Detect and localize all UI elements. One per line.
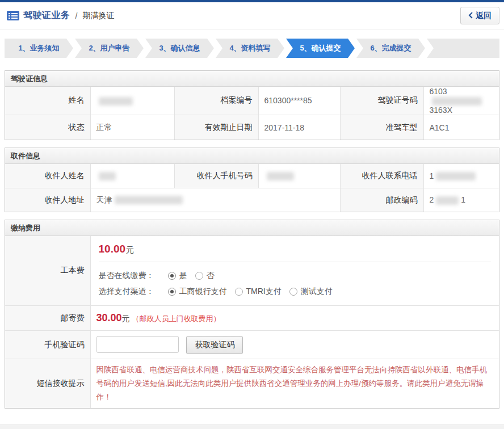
redacted-postal-code bbox=[436, 196, 459, 205]
postal-code-value: 21 bbox=[423, 188, 499, 212]
step-wizard: 1、业务须知 2、用户申告 3、确认信息 4、资料填写 5、确认提交 6、完成提… bbox=[5, 39, 499, 58]
postal-code-label: 邮政编码 bbox=[340, 188, 423, 212]
step-1-business-notice: 1、业务须知 bbox=[5, 39, 73, 58]
fee-amount: 10.00元 bbox=[99, 243, 492, 255]
step-2-user-declaration: 2、用户申告 bbox=[75, 39, 144, 58]
recipient-phone-label: 收件人联系电话 bbox=[340, 164, 423, 188]
recipient-address-label: 收件人地址 bbox=[5, 188, 90, 212]
radio-channel-tmri-label[interactable]: TMRI支付 bbox=[246, 287, 282, 297]
recipient-name-label: 收件人姓名 bbox=[5, 164, 90, 188]
table-row: 状态 正常 有效期止日期 2017-11-18 准驾车型 A1C1 bbox=[5, 115, 499, 140]
payment-section: 缴纳费用 工本费 10.00元 是否在线缴费： 是 否 选择支付渠道： 工商银行… bbox=[5, 220, 499, 409]
radio-channel-test-label[interactable]: 测试支付 bbox=[301, 287, 333, 297]
recipient-mobile-label: 收件人手机号码 bbox=[174, 164, 258, 188]
page-subtitle: 期满换证 bbox=[82, 11, 114, 21]
table-row: 工本费 10.00元 是否在线缴费： 是 否 选择支付渠道： 工商银行支付 TM… bbox=[5, 236, 499, 306]
radio-channel-icbc[interactable] bbox=[168, 288, 176, 296]
breadcrumb-separator: / bbox=[75, 11, 78, 20]
license-form-icon bbox=[7, 11, 19, 20]
postage-note: （邮政人员上门收取费用） bbox=[132, 314, 221, 323]
license-no-label: 驾驶证号码 bbox=[340, 87, 423, 115]
table-row: 手机验证码 获取验证码 bbox=[5, 331, 499, 359]
radio-online-no[interactable] bbox=[195, 272, 203, 280]
step-bar-filler bbox=[427, 39, 499, 58]
license-no-value: 61033163X bbox=[423, 87, 499, 115]
step-5-confirm-submit: 5、确认提交 bbox=[286, 39, 355, 58]
captcha-input[interactable] bbox=[96, 336, 179, 353]
captcha-cell: 获取验证码 bbox=[90, 331, 499, 359]
breadcrumb: 驾驶证业务 / 期满换证 bbox=[7, 10, 114, 22]
step-4-fill-data: 4、资料填写 bbox=[216, 39, 284, 58]
radio-channel-tmri[interactable] bbox=[235, 288, 243, 296]
name-value bbox=[90, 87, 174, 115]
radio-online-yes-label[interactable]: 是 bbox=[179, 271, 187, 281]
table-row: 收件人地址 天津 邮政编码 21 bbox=[5, 188, 499, 212]
step-6-finish-submit: 6、完成提交 bbox=[356, 39, 425, 58]
license-info-section: 驾驶证信息 姓名 档案编号 610300****85 驾驶证号码 6103316… bbox=[5, 70, 499, 140]
redacted-recipient-name bbox=[99, 172, 116, 180]
fee-cell: 10.00元 是否在线缴费： 是 否 选择支付渠道： 工商银行支付 TMRI支付… bbox=[90, 236, 499, 306]
name-label: 姓名 bbox=[5, 87, 90, 115]
vehicle-class-label: 准驾车型 bbox=[340, 115, 423, 140]
valid-until-label: 有效期止日期 bbox=[174, 115, 258, 140]
radio-channel-icbc-label[interactable]: 工商银行支付 bbox=[179, 287, 227, 297]
postage-amount: 30.00 bbox=[96, 312, 122, 323]
table-row: 邮寄费 30.00元（邮政人员上门收取费用） bbox=[5, 306, 499, 331]
payment-title: 缴纳费用 bbox=[5, 220, 499, 236]
radio-channel-test[interactable] bbox=[289, 288, 297, 296]
recipient-address-value: 天津 bbox=[90, 188, 340, 212]
redacted-recipient-address bbox=[115, 196, 183, 204]
page-title: 驾驶证业务 bbox=[23, 10, 70, 22]
valid-until-value: 2017-11-18 bbox=[258, 115, 340, 140]
license-info-title: 驾驶证信息 bbox=[5, 71, 499, 87]
status-value: 正常 bbox=[90, 115, 174, 140]
redacted-recipient-mobile bbox=[267, 172, 294, 180]
pay-channel-question: 选择支付渠道： bbox=[99, 287, 154, 297]
postage-cell: 30.00元（邮政人员上门收取费用） bbox=[90, 306, 499, 331]
fee-label: 工本费 bbox=[5, 236, 90, 306]
chevron-left-icon bbox=[468, 11, 473, 20]
page-header: 驾驶证业务 / 期满换证 返回 bbox=[0, 2, 504, 30]
sms-tip-cell: 因陕西省联通、电信运营商技术问题，陕西省互联网交通安全综合服务管理平台无法向持陕… bbox=[90, 359, 499, 409]
pay-channel-option-row: 选择支付渠道： 工商银行支付 TMRI支付 测试支付 bbox=[99, 284, 492, 300]
file-no-value: 610300****85 bbox=[258, 87, 340, 115]
back-button[interactable]: 返回 bbox=[460, 7, 499, 24]
footer-action-bar: 上一步 完成 bbox=[0, 424, 504, 429]
redacted-license-no bbox=[432, 97, 482, 106]
table-row: 短信接收提示 因陕西省联通、电信运营商技术问题，陕西省互联网交通安全综合服务管理… bbox=[5, 359, 499, 409]
file-no-label: 档案编号 bbox=[174, 87, 258, 115]
radio-online-no-label[interactable]: 否 bbox=[207, 271, 215, 281]
table-row: 收件人姓名 收件人手机号码 收件人联系电话 1 bbox=[5, 164, 499, 188]
radio-online-yes[interactable] bbox=[168, 272, 176, 280]
vehicle-class-value: A1C1 bbox=[423, 115, 499, 140]
status-label: 状态 bbox=[5, 115, 90, 140]
redacted-name bbox=[99, 97, 133, 106]
sms-tip-label: 短信接收提示 bbox=[5, 359, 90, 409]
online-pay-option-row: 是否在线缴费： 是 否 bbox=[99, 268, 492, 284]
pickup-info-title: 取件信息 bbox=[5, 148, 499, 164]
divider bbox=[99, 262, 492, 262]
captcha-label: 手机验证码 bbox=[5, 331, 90, 359]
online-pay-question: 是否在线缴费： bbox=[99, 271, 154, 281]
get-captcha-button[interactable]: 获取验证码 bbox=[186, 336, 243, 354]
postage-label: 邮寄费 bbox=[5, 306, 90, 331]
recipient-name-value bbox=[90, 164, 174, 188]
sms-notice-text: 因陕西省联通、电信运营商技术问题，陕西省互联网交通安全综合服务管理平台无法向持陕… bbox=[96, 363, 492, 404]
redacted-recipient-phone bbox=[436, 172, 476, 180]
recipient-mobile-value bbox=[258, 164, 340, 188]
recipient-phone-value: 1 bbox=[423, 164, 499, 188]
back-button-label: 返回 bbox=[476, 11, 492, 21]
table-row: 姓名 档案编号 610300****85 驾驶证号码 61033163X bbox=[5, 87, 499, 115]
step-3-confirm-info: 3、确认信息 bbox=[145, 39, 214, 58]
pickup-info-section: 取件信息 收件人姓名 收件人手机号码 收件人联系电话 1 收件人地址 天津 邮政… bbox=[5, 148, 499, 212]
